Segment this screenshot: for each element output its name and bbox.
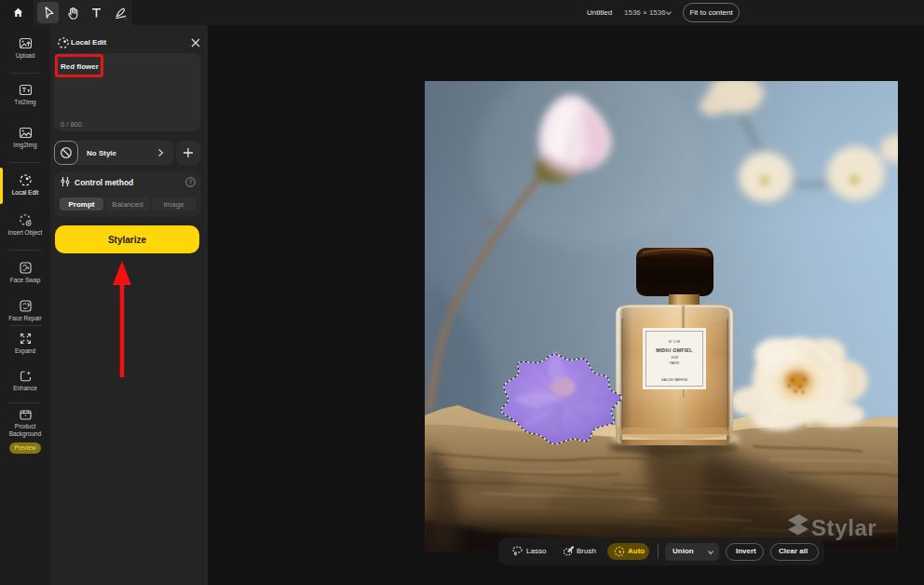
svg-text:?: ?: [189, 179, 193, 185]
svg-text:Stylar: Stylar: [811, 515, 876, 540]
svg-text:N° 1.98: N° 1.98: [669, 340, 680, 344]
svg-text:PARIS: PARIS: [670, 361, 680, 365]
svg-text:1928: 1928: [671, 356, 678, 360]
svg-text:MIDIU GMFIEL: MIDIU GMFIEL: [656, 347, 693, 353]
svg-text:EAU DE PARFUM: EAU DE PARFUM: [661, 378, 687, 382]
